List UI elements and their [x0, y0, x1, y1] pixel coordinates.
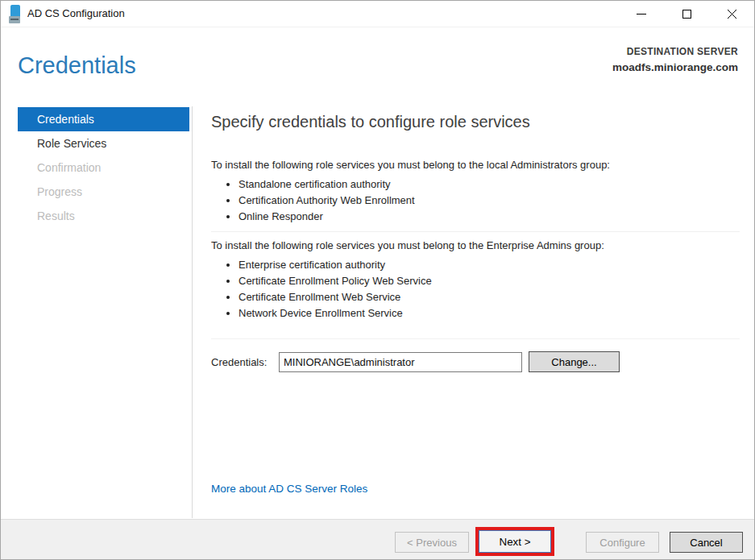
close-icon — [727, 9, 737, 19]
vertical-divider — [192, 106, 193, 518]
list-item: Online Responder — [239, 209, 740, 225]
maximize-icon — [682, 10, 691, 19]
list-item: Certificate Enrollment Web Service — [239, 289, 740, 305]
enterprise-admins-section: To install the following role services y… — [211, 231, 740, 321]
destination-server-block: DESTINATION SERVER moadfs.miniorange.com — [612, 46, 738, 73]
local-admins-list: Standalone certification authority Certi… — [239, 176, 740, 225]
titlebar: AD CS Configuration — [1, 1, 754, 27]
credentials-row: Credentials: Change... — [211, 338, 740, 372]
local-admins-intro: To install the following role services y… — [211, 158, 740, 172]
next-button[interactable]: Next > — [479, 530, 551, 553]
list-item: Certificate Enrollment Policy Web Servic… — [239, 273, 740, 289]
minimize-button[interactable] — [619, 1, 664, 27]
server-manager-icon — [9, 5, 27, 24]
list-item: Network Device Enrollment Service — [239, 305, 740, 321]
wizard-step-nav: Credentials Role Services Confirmation P… — [18, 107, 189, 228]
nav-item-confirmation: Confirmation — [18, 156, 189, 180]
nav-item-role-services[interactable]: Role Services — [18, 131, 189, 156]
maximize-button[interactable] — [664, 1, 709, 27]
credentials-input[interactable] — [279, 352, 522, 372]
page-title: Credentials — [18, 52, 136, 79]
wizard-header: Credentials DESTINATION SERVER moadfs.mi… — [1, 28, 754, 106]
wizard-footer: < Previous Next > Configure Cancel — [1, 519, 754, 560]
destination-server-name: moadfs.miniorange.com — [612, 61, 738, 73]
enterprise-admins-intro: To install the following role services y… — [211, 239, 740, 253]
more-about-adcs-link[interactable]: More about AD CS Server Roles — [211, 483, 367, 495]
cancel-button[interactable]: Cancel — [670, 532, 743, 553]
nav-item-credentials[interactable]: Credentials — [18, 107, 189, 131]
main-content: Specify credentials to configure role se… — [211, 106, 740, 372]
nav-item-progress: Progress — [18, 180, 189, 204]
destination-server-label: DESTINATION SERVER — [612, 46, 738, 57]
content-heading: Specify credentials to configure role se… — [211, 110, 740, 133]
red-highlight-box: Next > — [475, 527, 554, 556]
adcs-configuration-window: AD CS Configuration Credentials DESTINAT… — [0, 0, 755, 560]
minimize-icon — [637, 14, 646, 15]
list-item: Enterprise certification authority — [239, 257, 740, 273]
window-title: AD CS Configuration — [27, 7, 125, 19]
close-button[interactable] — [709, 1, 754, 27]
change-credentials-button[interactable]: Change... — [529, 351, 620, 372]
enterprise-admins-list: Enterprise certification authority Certi… — [239, 257, 740, 321]
nav-item-results: Results — [18, 204, 189, 228]
previous-button: < Previous — [395, 532, 469, 553]
configure-button: Configure — [586, 532, 659, 553]
credentials-label: Credentials: — [211, 356, 279, 368]
local-admins-section: To install the following role services y… — [211, 158, 740, 225]
list-item: Certification Authority Web Enrollment — [239, 193, 740, 209]
list-item: Standalone certification authority — [239, 176, 740, 193]
